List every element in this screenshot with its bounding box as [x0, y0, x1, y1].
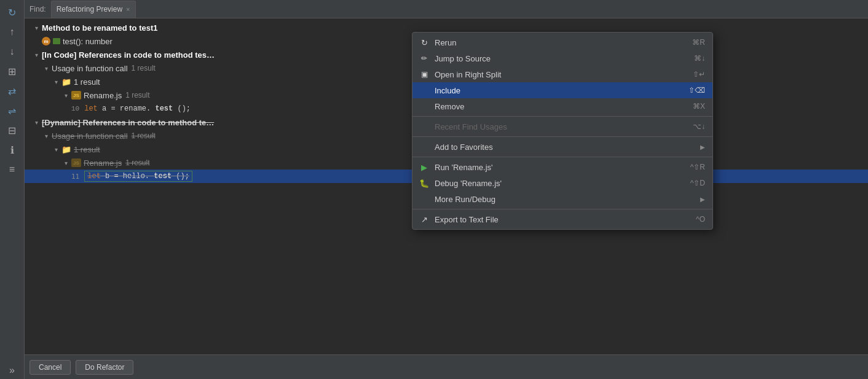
- code-line-1-content: let a = rename. test ();: [84, 104, 191, 113]
- remove-shortcut: ⌘X: [693, 102, 705, 111]
- code-keyword-2: let: [87, 172, 101, 181]
- code-end-2: ();: [176, 172, 189, 181]
- rename-js-2-label: Rename.js: [84, 158, 122, 168]
- open-right-label: Open in Right Split: [435, 70, 688, 79]
- menu-item-remove[interactable]: Remove ⌘X: [412, 98, 712, 114]
- recent-find-label: Recent Find Usages: [435, 122, 688, 131]
- find-label: Find:: [30, 5, 46, 14]
- open-right-shortcut: ⇧↵: [693, 70, 705, 79]
- separator-3: [412, 157, 712, 157]
- rename-js-1-count: 1 result: [125, 91, 149, 100]
- usage2-count: 1 result: [132, 131, 156, 140]
- more-run-arrow: ▶: [700, 196, 705, 203]
- menu-item-export[interactable]: ↗ Export to Text File ^O: [412, 211, 712, 227]
- export-icon: ↗: [419, 214, 430, 225]
- diff-sidebar-icon[interactable]: ⇌: [4, 102, 21, 119]
- favorites-icon: [419, 141, 430, 152]
- usage1-count: 1 result: [132, 64, 156, 72]
- menu-item-add-favorites[interactable]: Add to Favorites ▶: [412, 139, 712, 155]
- debug-label: Debug 'Rename.js': [435, 179, 685, 188]
- chevron-group1: ▾: [32, 23, 41, 32]
- menu-item-open-right-split[interactable]: ▣ Open in Right Split ⇧↵: [412, 66, 712, 82]
- menu-item-recent-find: Recent Find Usages ⌥↓: [412, 119, 712, 135]
- code-normal-2: b = hello.: [105, 172, 149, 181]
- menu-item-include[interactable]: Include ⇧⌫: [412, 82, 712, 98]
- code-normal-1: a = rename.: [102, 104, 151, 113]
- group1-label: Method to be renamed to test1: [42, 23, 158, 33]
- sort-sidebar-icon[interactable]: ≡: [4, 161, 21, 178]
- arrow-down-sidebar-icon[interactable]: ↓: [4, 43, 21, 60]
- open-right-icon: ▣: [419, 69, 430, 80]
- code-line-2-num: 11: [71, 173, 79, 181]
- footer: Cancel Do Refactor: [25, 354, 868, 379]
- tab-label: Refactoring Preview: [57, 5, 122, 14]
- group2-label: [In Code] References in code to method t…: [42, 50, 215, 60]
- folder1-label: 1 result: [74, 77, 100, 87]
- menu-item-debug[interactable]: 🐛 Debug 'Rename.js' ^⇧D: [412, 175, 712, 191]
- merge-sidebar-icon[interactable]: ⇄: [4, 82, 21, 100]
- export-shortcut: ^O: [696, 215, 705, 224]
- js-badge-2: JS: [71, 158, 81, 167]
- rerun-icon: ↻: [419, 37, 430, 48]
- code-line-2-text: let b = hello. test ();: [87, 172, 189, 181]
- menu-item-more-run[interactable]: More Run/Debug ▶: [412, 191, 712, 207]
- run-label: Run 'Rename.js': [435, 163, 685, 172]
- chevron-folder1: ▾: [52, 77, 60, 86]
- menu-item-jump-to-source[interactable]: ✏ Jump to Source ⌘↓: [412, 50, 712, 66]
- chevron-group3: ▾: [32, 118, 41, 127]
- debug-icon: 🐛: [419, 178, 430, 189]
- separator-4: [412, 209, 712, 209]
- expand-sidebar-icon[interactable]: »: [4, 362, 21, 379]
- tab-bar: Find: Refactoring Preview ×: [25, 0, 868, 18]
- rename-js-1-label: Rename.js: [84, 91, 122, 100]
- folder2-label: 1 result: [74, 145, 100, 154]
- favorites-arrow: ▶: [700, 144, 705, 150]
- tree-sidebar-icon[interactable]: ⊟: [4, 122, 21, 139]
- group-sidebar-icon[interactable]: ⊞: [4, 63, 21, 80]
- menu-item-rerun[interactable]: ↻ Rerun ⌘R: [412, 34, 712, 50]
- method-label: test(): number: [63, 37, 112, 46]
- usage1-label: Usage in function call: [52, 64, 128, 73]
- recent-find-shortcut: ⌥↓: [693, 122, 705, 131]
- refactoring-preview-tab[interactable]: Refactoring Preview ×: [51, 1, 136, 18]
- debug-shortcut: ^⇧D: [690, 179, 705, 187]
- remove-icon: [419, 101, 430, 112]
- chevron-rename1: ▾: [61, 91, 70, 100]
- favorites-label: Add to Favorites: [435, 143, 695, 152]
- js-badge-1: JS: [71, 91, 81, 100]
- menu-item-run[interactable]: ▶ Run 'Rename.js' ^⇧R: [412, 159, 712, 175]
- remove-label: Remove: [435, 102, 688, 111]
- export-label: Export to Text File: [435, 215, 691, 224]
- include-shortcut: ⇧⌫: [688, 86, 705, 95]
- chevron-group2: ▾: [32, 50, 41, 59]
- jump-label: Jump to Source: [435, 54, 689, 63]
- chevron-usage2: ▾: [42, 131, 50, 140]
- code-end-1: ();: [177, 104, 191, 113]
- recent-find-icon: [419, 121, 430, 132]
- cancel-button[interactable]: Cancel: [30, 360, 71, 375]
- folder2-icon: 📁: [61, 145, 71, 154]
- chevron-rename2: ▾: [61, 158, 70, 167]
- run-shortcut: ^⇧R: [690, 163, 705, 171]
- jump-shortcut: ⌘↓: [694, 54, 705, 63]
- code-line-2-content: let b = hello. test ();: [84, 171, 192, 182]
- code-bold-1: test: [155, 104, 173, 113]
- method-icon: m: [42, 37, 50, 45]
- code-line-1-num: 10: [71, 105, 79, 112]
- jump-icon: ✏: [419, 53, 430, 64]
- separator-1: [412, 116, 712, 117]
- include-label: Include: [435, 86, 684, 95]
- rerun-shortcut: ⌘R: [692, 38, 705, 47]
- usage2-label: Usage in function call: [52, 131, 128, 141]
- more-run-icon: [419, 193, 430, 205]
- do-refactor-button[interactable]: Do Refactor: [76, 360, 133, 375]
- content-area: ▾ Method to be renamed to test1 m test()…: [25, 18, 868, 379]
- sidebar: ↻ ↑ ↓ ⊞ ⇄ ⇌ ⊟ ℹ ≡ »: [0, 0, 25, 379]
- arrow-up-sidebar-icon[interactable]: ↑: [4, 23, 21, 41]
- group3-label: [Dynamic] References in code to method t…: [42, 118, 214, 127]
- tab-close-icon[interactable]: ×: [126, 6, 130, 13]
- refresh-sidebar-icon[interactable]: ↻: [4, 4, 21, 21]
- info-sidebar-icon[interactable]: ℹ: [4, 141, 21, 158]
- code-bold-2: test: [154, 172, 172, 181]
- folder1-icon: 📁: [61, 77, 71, 87]
